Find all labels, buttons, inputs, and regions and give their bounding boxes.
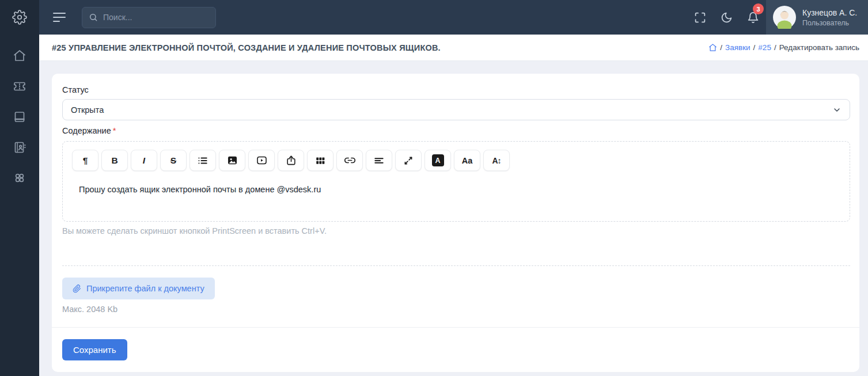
page-title: #25 УПРАВЛЕНИЕ ЭЛЕКТРОННОЙ ПОЧТОЙ, СОЗДА…	[52, 43, 441, 52]
user-role: Пользователь	[802, 18, 857, 28]
form-body: Статус Открыта Содержание* ¶ B I S	[52, 74, 859, 327]
editor-font-family-button[interactable]: Aa	[454, 150, 480, 171]
attach-file-button[interactable]: Прикрепите файл к документу	[62, 278, 215, 299]
editor-toolbar: ¶ B I S	[63, 142, 850, 171]
editor-strikethrough-button[interactable]: S	[160, 150, 187, 171]
fullscreen-button[interactable]	[687, 0, 713, 35]
upload-icon	[286, 155, 297, 166]
paragraph-icon: ¶	[83, 155, 88, 166]
align-icon	[374, 155, 384, 166]
italic-icon: I	[143, 155, 145, 166]
search-container	[82, 7, 216, 28]
search-icon	[89, 13, 98, 22]
editor-bold-button[interactable]: B	[101, 150, 128, 171]
editor-italic-button[interactable]: I	[131, 150, 157, 171]
app-window: 3 Кузнецов А. С. Пользователь #25 УПРАВЛ…	[0, 0, 868, 376]
contacts-icon	[13, 140, 26, 154]
bold-icon: B	[111, 155, 117, 166]
home-icon	[13, 49, 26, 63]
video-icon	[256, 155, 267, 166]
sidebar-item-categories[interactable]	[0, 162, 39, 193]
user-name: Кузнецов А. С.	[802, 7, 857, 18]
chevron-down-icon	[832, 105, 842, 115]
breadcrumb-separator: /	[753, 43, 756, 52]
sidebar	[0, 0, 39, 376]
attach-file-label: Прикрепите файл к документу	[86, 284, 204, 293]
content-label: Содержание*	[62, 126, 850, 135]
menu-toggle-button[interactable]	[53, 13, 66, 22]
breadcrumb-current: Редактировать запись	[779, 43, 859, 52]
title-bar: #25 УПРАВЛЕНИЕ ЭЛЕКТРОННОЙ ПОЧТОЙ, СОЗДА…	[39, 35, 868, 61]
home-icon	[708, 43, 717, 52]
editor-image-button[interactable]	[219, 150, 245, 171]
editor-upload-button[interactable]	[278, 150, 304, 171]
user-menu[interactable]: Кузнецов А. С. Пользователь	[766, 0, 868, 35]
moon-icon	[721, 12, 733, 24]
breadcrumb: / Заявки / #25 / Редактировать запись	[708, 43, 859, 52]
top-navbar: 3 Кузнецов А. С. Пользователь	[39, 0, 868, 35]
breadcrumb-link-ticket-25[interactable]: #25	[758, 43, 771, 52]
editor-content[interactable]: Прошу создать ящик электронной почты в д…	[63, 171, 850, 206]
avatar	[773, 6, 796, 29]
settings-sidebar-item[interactable]	[0, 0, 39, 35]
rich-text-editor: ¶ B I S	[62, 141, 850, 222]
fullscreen-icon	[694, 12, 706, 24]
font-family-icon: Aa	[462, 156, 473, 165]
status-select[interactable]: Открыта	[62, 99, 850, 120]
editor-fullscreen-button[interactable]	[395, 150, 422, 171]
navbar-right: 3 Кузнецов А. С. Пользователь	[687, 0, 868, 35]
editor-table-button[interactable]	[307, 150, 333, 171]
image-icon	[227, 155, 238, 166]
main-content: Статус Открыта Содержание* ¶ B I S	[39, 61, 868, 376]
status-label: Статус	[62, 85, 850, 94]
expand-icon	[403, 155, 414, 166]
dashed-separator	[62, 265, 850, 266]
search-input[interactable]	[82, 7, 216, 28]
strikethrough-icon: S	[170, 155, 176, 166]
status-select-value: Открыта	[71, 105, 104, 115]
sidebar-item-tickets[interactable]	[0, 71, 39, 101]
sidebar-nav	[0, 35, 39, 193]
screenshot-hint: Вы можете сделать скриншот кнопкой Print…	[62, 226, 850, 236]
editor-list-button[interactable]	[189, 150, 216, 171]
breadcrumb-separator: /	[720, 43, 722, 52]
editor-paragraph-button[interactable]: ¶	[72, 150, 98, 171]
edit-form-card: Статус Открыта Содержание* ¶ B I S	[52, 74, 859, 372]
font-color-icon: A	[432, 154, 444, 166]
breadcrumb-separator: /	[774, 43, 776, 52]
sidebar-item-home[interactable]	[0, 40, 39, 71]
sidebar-item-knowledge-base[interactable]	[0, 101, 39, 132]
link-icon	[344, 155, 355, 166]
editor-video-button[interactable]	[248, 150, 275, 171]
notifications-button[interactable]: 3	[740, 0, 766, 35]
table-icon	[315, 155, 325, 166]
dark-mode-button[interactable]	[713, 0, 740, 35]
sidebar-item-contacts[interactable]	[0, 132, 39, 162]
breadcrumb-home-link[interactable]	[708, 43, 717, 52]
user-info: Кузнецов А. С. Пользователь	[802, 7, 857, 28]
required-asterisk: *	[113, 126, 116, 135]
ticket-icon	[13, 79, 26, 93]
bullet-list-icon	[198, 155, 208, 166]
editor-align-button[interactable]	[366, 150, 392, 171]
notification-badge: 3	[753, 3, 764, 14]
apps-icon	[13, 171, 26, 185]
paperclip-icon	[73, 284, 81, 293]
save-button[interactable]: Сохранить	[62, 339, 127, 360]
breadcrumb-link-tickets[interactable]: Заявки	[725, 43, 751, 52]
form-footer: Сохранить	[52, 327, 859, 372]
gear-icon	[12, 10, 27, 25]
editor-font-size-button[interactable]: A↕	[483, 150, 510, 171]
font-size-icon: A↕	[492, 156, 501, 165]
book-icon	[13, 110, 26, 124]
max-file-size: Макс. 2048 Kb	[62, 305, 850, 314]
editor-link-button[interactable]	[336, 150, 363, 171]
editor-font-color-button[interactable]: A	[424, 150, 451, 171]
